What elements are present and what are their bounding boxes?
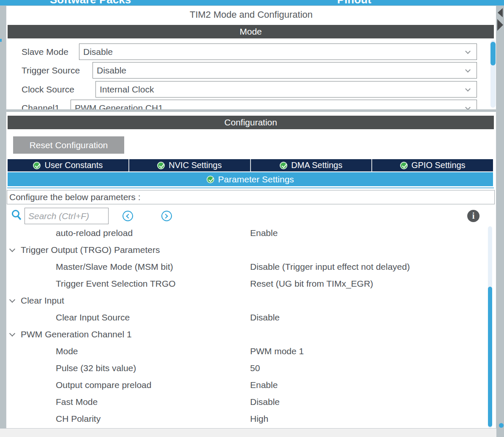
check-badge-icon bbox=[207, 176, 214, 183]
active-tab-underline bbox=[7, 187, 494, 188]
parameters-hint: Configure the below parameters : bbox=[7, 190, 495, 204]
trigger-source-value: Disable bbox=[97, 65, 126, 75]
param-value[interactable]: Reset (UG bit from TIMx_EGR) bbox=[250, 275, 373, 292]
check-badge-icon bbox=[33, 162, 41, 169]
trigger-source-label: Trigger Source bbox=[22, 62, 80, 79]
panel-title: TIM2 Mode and Configuration bbox=[6, 9, 496, 20]
chevron-down-icon[interactable] bbox=[9, 246, 15, 252]
channel1-label: Channel1 bbox=[22, 100, 60, 109]
param-label: Fast Mode bbox=[56, 394, 98, 410]
param-label: auto-reload preload bbox=[56, 226, 133, 242]
param-label: Pulse (32 bits value) bbox=[56, 360, 136, 377]
param-value[interactable]: High bbox=[250, 410, 268, 427]
param-row-trigger-event-selection[interactable]: Trigger Event Selection TRGO Reset (UG b… bbox=[7, 275, 495, 292]
chevron-left-icon bbox=[126, 214, 131, 218]
tab-parameter-settings[interactable]: Parameter Settings bbox=[8, 172, 493, 186]
expand-right-arrow-icon[interactable] bbox=[497, 19, 503, 31]
slave-mode-select[interactable]: Disable bbox=[79, 43, 477, 60]
section-divider bbox=[6, 109, 496, 112]
bottom-background bbox=[0, 429, 496, 437]
param-row-fast-mode[interactable]: Fast Mode Disable bbox=[7, 394, 495, 410]
param-row-pulse[interactable]: Pulse (32 bits value) 50 bbox=[7, 360, 495, 377]
tab-gpio-settings[interactable]: GPIO Settings bbox=[371, 159, 493, 171]
param-group-pwm-generation-channel-1[interactable]: PWM Generation Channel 1 bbox=[7, 326, 495, 343]
tab-label: Parameter Settings bbox=[218, 174, 294, 185]
parameter-list: auto-reload preload Enable Trigger Outpu… bbox=[7, 226, 495, 428]
param-row-ch-polarity[interactable]: CH Polarity High bbox=[7, 410, 495, 427]
top-toolbar: Software Packs Pinout bbox=[0, 0, 504, 5]
param-label: Master/Slave Mode (MSM bit) bbox=[56, 258, 173, 275]
left-edge-strip bbox=[0, 5, 6, 429]
tab-label: GPIO Settings bbox=[411, 160, 466, 170]
param-row-output-compare-preload[interactable]: Output compare preload Enable bbox=[7, 377, 495, 394]
param-row-master-slave-mode[interactable]: Master/Slave Mode (MSM bit) Disable (Tri… bbox=[7, 258, 495, 275]
scrollbar-nub[interactable] bbox=[499, 423, 504, 428]
nav-software-packs[interactable]: Software Packs bbox=[50, 0, 131, 5]
chevron-right-icon bbox=[163, 214, 168, 218]
field-row-slave-mode: Slave Mode Disable bbox=[7, 43, 496, 60]
param-label: CH Polarity bbox=[56, 410, 101, 427]
tab-dma-settings[interactable]: DMA Settings bbox=[250, 159, 372, 171]
param-label: Mode bbox=[56, 343, 78, 360]
check-badge-icon bbox=[280, 162, 287, 169]
param-group-clear-input[interactable]: Clear Input bbox=[7, 292, 495, 309]
search-input[interactable] bbox=[25, 208, 109, 224]
param-value[interactable]: Disable (Trigger input effect not delaye… bbox=[250, 258, 410, 275]
field-row-trigger-source: Trigger Source Disable bbox=[7, 62, 496, 79]
settings-tabs: User Constants NVIC Settings DMA Setting… bbox=[8, 159, 493, 171]
check-badge-icon bbox=[400, 162, 408, 169]
chevron-down-icon bbox=[465, 86, 471, 92]
chevron-down-icon bbox=[465, 67, 471, 73]
search-previous-button[interactable] bbox=[123, 211, 133, 221]
tab-label: DMA Settings bbox=[291, 160, 342, 170]
param-group-label: Clear Input bbox=[21, 292, 64, 309]
param-row-mode[interactable]: Mode PWM mode 1 bbox=[7, 343, 495, 360]
mode-section-header: Mode bbox=[8, 25, 494, 38]
field-row-channel1: Channel1 PWM Generation CH1 bbox=[7, 100, 496, 109]
tab-nvic-settings[interactable]: NVIC Settings bbox=[128, 159, 250, 171]
left-splitter-tick bbox=[0, 39, 2, 42]
channel1-select[interactable]: PWM Generation CH1 bbox=[71, 100, 477, 109]
nav-pinout[interactable]: Pinout bbox=[337, 0, 371, 5]
param-row-auto-reload-preload[interactable]: auto-reload preload Enable bbox=[7, 226, 495, 242]
chevron-down-icon[interactable] bbox=[9, 331, 15, 337]
param-row-clear-input-source[interactable]: Clear Input Source Disable bbox=[7, 309, 495, 326]
field-row-clock-source: Clock Source Internal Clock bbox=[7, 81, 496, 98]
tab-user-constants[interactable]: User Constants bbox=[8, 159, 128, 171]
param-value[interactable]: 50 bbox=[250, 360, 260, 377]
param-label: Clear Input Source bbox=[56, 309, 130, 326]
clock-source-value: Internal Clock bbox=[100, 84, 154, 94]
reset-configuration-button[interactable]: Reset Configuration bbox=[13, 136, 124, 154]
param-value[interactable]: PWM mode 1 bbox=[250, 343, 304, 360]
chevron-down-icon[interactable] bbox=[9, 297, 15, 303]
param-value[interactable]: Disable bbox=[250, 394, 280, 410]
param-group-trigger-output[interactable]: Trigger Output (TRGO) Parameters bbox=[7, 242, 495, 258]
right-edge-strip bbox=[496, 5, 504, 437]
check-badge-icon bbox=[157, 162, 165, 169]
trigger-source-select[interactable]: Disable bbox=[93, 62, 477, 79]
chevron-down-icon bbox=[465, 105, 471, 109]
tim2-mode-config-panel: TIM2 Mode and Configuration Mode Slave M… bbox=[6, 5, 496, 429]
param-group-label: PWM Generation Channel 1 bbox=[21, 326, 132, 343]
slave-mode-value: Disable bbox=[83, 47, 113, 57]
param-label: Trigger Event Selection TRGO bbox=[56, 275, 176, 292]
chevron-down-icon bbox=[465, 49, 471, 54]
list-scrollbar-thumb[interactable] bbox=[488, 287, 492, 427]
param-value[interactable]: Enable bbox=[250, 226, 278, 242]
tab-label: NVIC Settings bbox=[169, 160, 222, 170]
clock-source-label: Clock Source bbox=[22, 81, 74, 98]
search-next-button[interactable] bbox=[161, 211, 172, 221]
param-value[interactable]: Disable bbox=[250, 309, 280, 326]
info-icon[interactable]: i bbox=[467, 210, 479, 222]
mode-scrollbar-thumb[interactable] bbox=[490, 42, 496, 65]
tab-label: User Constants bbox=[44, 160, 103, 170]
search-icon bbox=[11, 209, 23, 221]
clock-source-select[interactable]: Internal Clock bbox=[95, 81, 477, 98]
channel1-value: PWM Generation CH1 bbox=[75, 103, 163, 109]
collapse-left-arrow-icon[interactable] bbox=[498, 8, 503, 17]
param-label: Output compare preload bbox=[56, 377, 151, 394]
configuration-section-header: Configuration bbox=[8, 116, 494, 129]
slave-mode-label: Slave Mode bbox=[22, 43, 68, 60]
param-group-label: Trigger Output (TRGO) Parameters bbox=[21, 242, 160, 258]
param-value[interactable]: Enable bbox=[250, 377, 278, 394]
